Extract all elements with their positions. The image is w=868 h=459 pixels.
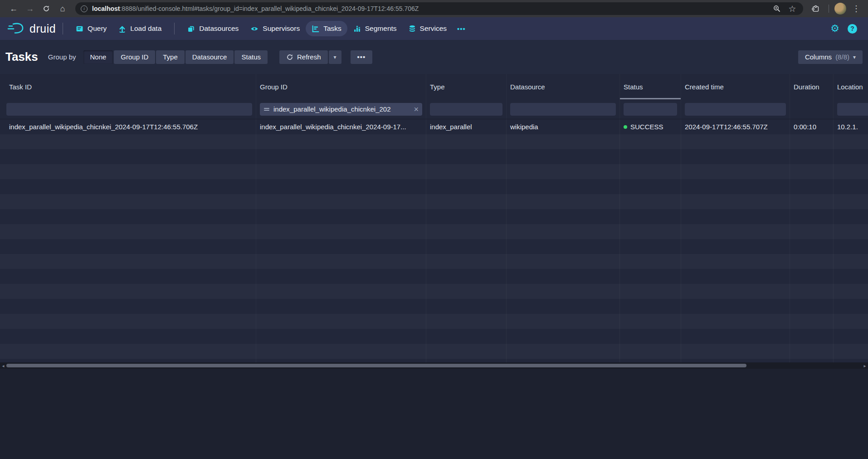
group-by-status-button[interactable]: Status [234, 50, 268, 64]
nav-item-query[interactable]: Query [70, 21, 112, 36]
reload-icon[interactable] [39, 2, 54, 15]
table-row-empty [0, 209, 868, 224]
group-id-filter-chip[interactable]: index_parallel_wikipedia_chicnkei_202 × [260, 103, 422, 116]
nav-more-icon[interactable]: ••• [453, 21, 470, 36]
empty-cell [507, 224, 620, 239]
tasks-table: Task ID Group ID Type Datasource Status … [0, 74, 868, 369]
bar-chart-icon [353, 25, 361, 33]
empty-cell [426, 254, 507, 269]
type-filter-input[interactable] [430, 103, 502, 116]
nav-item-tasks[interactable]: Tasks [306, 21, 347, 36]
refresh-interval-caret-button[interactable]: ▾ [329, 50, 341, 64]
cell-task-id[interactable]: index_parallel_wikipedia_chicnkei_2024-0… [0, 119, 256, 134]
bookmark-star-icon[interactable]: ☆ [787, 2, 798, 15]
column-header-group-id[interactable]: Group ID [256, 74, 426, 99]
nav-divider [174, 23, 175, 34]
cell-type[interactable]: index_parallel [426, 119, 507, 134]
url-text: localhost:8888/unified-console.html#task… [92, 5, 419, 12]
group-by-none-button[interactable]: None [83, 50, 113, 64]
empty-cell [0, 239, 256, 254]
empty-cell [0, 284, 256, 299]
empty-cell [0, 314, 256, 329]
empty-cell [507, 299, 620, 314]
empty-cell [834, 239, 868, 254]
druid-brand[interactable]: druid [7, 22, 56, 35]
nav-item-services[interactable]: Services [403, 21, 453, 36]
empty-cell [834, 254, 868, 269]
empty-cell [790, 254, 834, 269]
columns-button[interactable]: Columns (8/8) ▾ [798, 50, 863, 64]
table-row-empty [0, 299, 868, 314]
empty-cell [681, 299, 790, 314]
table-row-empty [0, 239, 868, 254]
group-by-label: Group by [48, 53, 76, 61]
table-row-empty [0, 329, 868, 344]
profile-avatar[interactable] [834, 3, 846, 15]
refresh-button[interactable]: Refresh [279, 50, 328, 64]
empty-cell [0, 149, 256, 164]
site-info-icon[interactable]: i [81, 5, 88, 12]
empty-cell [0, 224, 256, 239]
empty-cell [790, 329, 834, 344]
empty-cell [256, 254, 426, 269]
status-filter-input[interactable] [624, 103, 677, 116]
column-header-task-id[interactable]: Task ID [0, 74, 256, 99]
empty-cell [681, 164, 790, 179]
location-filter-input[interactable] [837, 103, 868, 116]
settings-gear-icon[interactable]: ⚙ [826, 23, 844, 34]
column-header-duration[interactable]: Duration [790, 74, 834, 99]
task-id-filter-input[interactable] [6, 103, 252, 116]
zoom-icon[interactable] [771, 2, 782, 15]
empty-cell [426, 329, 507, 344]
datasource-filter-input[interactable] [510, 103, 616, 116]
extensions-icon[interactable] [809, 2, 823, 15]
nav-item-segments[interactable]: Segments [347, 21, 403, 36]
horizontal-scrollbar[interactable]: ◂ ▸ [0, 362, 868, 369]
column-header-type[interactable]: Type [426, 74, 507, 99]
help-icon[interactable]: ? [848, 24, 857, 34]
empty-cell [681, 209, 790, 224]
nav-item-load-data[interactable]: Load data [112, 21, 167, 36]
address-bar[interactable]: i localhost:8888/unified-console.html#ta… [75, 2, 803, 15]
column-header-datasource[interactable]: Datasource [507, 74, 620, 99]
back-icon[interactable]: ← [6, 2, 21, 15]
nav-item-datasources[interactable]: Datasources [181, 21, 244, 36]
browser-menu-icon[interactable]: ⋮ [849, 2, 863, 15]
clear-filter-icon[interactable]: × [414, 105, 419, 113]
group-by-type-button[interactable]: Type [156, 50, 185, 64]
created-time-filter-input[interactable] [685, 103, 786, 116]
empty-cell [256, 329, 426, 344]
cell-duration[interactable]: 0:00:10 [790, 119, 834, 134]
scrollbar-thumb[interactable] [6, 364, 746, 367]
cell-status[interactable]: SUCCESS [620, 119, 681, 134]
column-header-created-time[interactable]: Created time [681, 74, 790, 99]
nav-item-supervisors[interactable]: Supervisors [244, 21, 306, 36]
empty-cell [0, 269, 256, 284]
scroll-right-icon[interactable]: ▸ [862, 362, 868, 369]
cell-location[interactable]: 10.2.1. [834, 119, 868, 134]
empty-cell [790, 224, 834, 239]
cell-group-id[interactable]: index_parallel_wikipedia_chicnkei_2024-0… [256, 119, 426, 134]
group-by-datasource-button[interactable]: Datasource [185, 50, 234, 64]
empty-cell [507, 344, 620, 359]
forward-icon[interactable]: → [23, 2, 37, 15]
empty-cell [256, 134, 426, 149]
page-title: Tasks [5, 50, 38, 64]
empty-cell [507, 314, 620, 329]
more-actions-button[interactable]: ••• [351, 50, 373, 64]
home-icon[interactable]: ⌂ [55, 2, 70, 15]
cell-datasource[interactable]: wikipedia [507, 119, 620, 134]
scroll-left-icon[interactable]: ◂ [0, 362, 6, 369]
empty-cell [426, 299, 507, 314]
group-by-group-id-button[interactable]: Group ID [114, 50, 155, 64]
status-dot [624, 125, 627, 129]
group-by-button-group: None Group ID Type Datasource Status [83, 50, 268, 64]
column-header-status[interactable]: Status [620, 74, 681, 99]
brand-name: druid [29, 22, 56, 35]
table-row[interactable]: index_parallel_wikipedia_chicnkei_2024-0… [0, 119, 868, 134]
cell-created-time[interactable]: 2024-09-17T12:46:55.707Z [681, 119, 790, 134]
empty-cell [426, 194, 507, 209]
empty-cell [834, 344, 868, 359]
table-row-empty [0, 164, 868, 179]
column-header-location[interactable]: Location [834, 74, 868, 99]
